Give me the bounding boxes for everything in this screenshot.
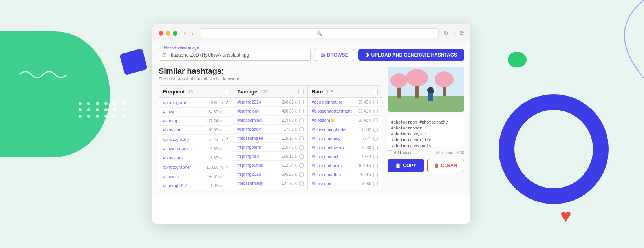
row-checkbox[interactable] <box>299 127 304 131</box>
row-checkbox[interactable] <box>225 119 229 123</box>
row-checkbox[interactable] <box>299 118 304 122</box>
table-row: #photography 547.6 m ✓ <box>159 135 233 144</box>
upload-button[interactable]: ⊕ UPLOAD AND GENERATE HASHTAGS <box>358 49 464 61</box>
hashtag-link[interactable]: #blossomdaisy <box>312 136 360 141</box>
new-tab-icon[interactable]: + <box>453 30 457 37</box>
table-row: #blossomflowers 9930 <box>308 143 382 152</box>
browse-icon: 🗂 <box>320 52 325 58</box>
row-checkbox[interactable] <box>299 145 304 150</box>
file-input[interactable] <box>159 49 311 61</box>
row-checkbox[interactable] <box>225 156 229 160</box>
row-checkbox[interactable] <box>225 110 229 114</box>
hashtag-link[interactable]: #blossomtertainment <box>312 109 356 113</box>
hashtag-link[interactable]: #flowerpower <box>163 146 208 151</box>
row-checkbox[interactable] <box>373 118 378 122</box>
close-dot[interactable] <box>159 31 163 36</box>
preview-image <box>388 67 464 112</box>
svg-point-12 <box>433 86 437 90</box>
row-checkbox[interactable] <box>373 146 378 150</box>
hashtag-link[interactable]: #springtrap <box>237 154 279 159</box>
hashtag-link[interactable]: #photography <box>163 137 206 142</box>
check-icon: ✓ <box>225 164 229 170</box>
row-checkbox[interactable] <box>373 173 378 177</box>
browser-header: ‹ › 🔍 ↻ + ⧉ <box>152 24 470 43</box>
hashtag-link[interactable]: #blossomingbride <box>312 127 360 132</box>
table-row: #flower 84.87 m <box>159 108 233 117</box>
frequent-select-all[interactable] <box>224 89 229 94</box>
row-checkbox[interactable] <box>225 128 229 132</box>
hashtag-link[interactable]: #blossom <box>163 128 206 132</box>
rare-select-all[interactable] <box>373 89 378 94</box>
duplicate-icon[interactable]: ⧉ <box>460 30 464 37</box>
frequent-title-wrap: Frequent 131 <box>163 88 195 95</box>
hashtag-link[interactable]: #blossomtree <box>237 136 279 140</box>
row-checkbox[interactable] <box>299 100 304 104</box>
table-row: #photograph 29.95 m ✓ <box>159 98 233 108</box>
row-checkbox[interactable] <box>225 175 229 179</box>
hashtag-link[interactable]: #springoutfits <box>237 163 279 168</box>
row-checkbox[interactable] <box>373 155 378 159</box>
row-checkbox[interactable] <box>299 172 304 177</box>
average-select-all[interactable] <box>298 89 304 94</box>
row-checkbox[interactable] <box>373 137 378 141</box>
hashtag-link[interactable]: #blossomelixir <box>312 181 360 186</box>
row-checkbox[interactable] <box>299 136 304 140</box>
frequent-count: 131 <box>188 89 195 94</box>
browse-button[interactable]: 🗂 BROWSE <box>315 49 354 61</box>
hashtag-link[interactable]: #photographer <box>163 165 204 170</box>
row-checkbox[interactable] <box>373 109 378 113</box>
clean-button[interactable]: 🗑 CLEAN <box>427 159 465 172</box>
hashtag-link[interactable]: #flowers <box>163 174 204 179</box>
row-checkbox[interactable] <box>299 163 304 168</box>
row-checkbox[interactable] <box>373 164 378 168</box>
svg-rect-3 <box>388 96 464 112</box>
hash-count: 10.09 m <box>208 128 222 132</box>
row-checkbox[interactable] <box>373 100 378 104</box>
row-checkbox[interactable] <box>373 128 378 132</box>
hash-count: 117.24 m <box>206 119 223 123</box>
hashtag-link[interactable]: #spring <box>163 119 204 123</box>
hashtag-link[interactable]: #blossomtattoo <box>312 172 358 177</box>
copy-button[interactable]: 📋 COPY <box>388 159 424 172</box>
hashtag-link[interactable]: #peopleinnature <box>312 100 356 104</box>
hashtag-link[interactable]: #blossoms <box>163 155 208 160</box>
table-row: #spring2015 505.25 k <box>233 170 307 179</box>
reload-icon[interactable]: ↻ <box>443 29 448 37</box>
minimize-dot[interactable] <box>166 31 170 36</box>
add-space-checkbox[interactable] <box>388 150 392 155</box>
hashtag-link[interactable]: #springbaby <box>237 127 282 131</box>
back-button[interactable]: ‹ <box>182 29 187 38</box>
table-row: #blossomjelly 107.78 k <box>233 179 307 188</box>
hashtag-link[interactable]: #blossommail <box>312 154 360 159</box>
hashtag-link[interactable]: #blossomflowers <box>312 145 360 150</box>
row-checkbox[interactable] <box>225 147 229 151</box>
hashtag-link[interactable]: #spring2014 <box>237 100 279 104</box>
hash-count: 84.87 m <box>208 110 222 114</box>
hash-count: 8985 <box>362 182 371 186</box>
table-row: #blossombooks 10.14 k <box>308 161 382 170</box>
forward-button[interactable]: › <box>190 29 195 38</box>
hashtag-link[interactable]: #springlook <box>237 109 279 113</box>
hashtag-link[interactable]: #blossomjelly <box>237 181 279 186</box>
hashtag-link[interactable]: #blossombooks <box>312 163 356 168</box>
row-checkbox[interactable] <box>299 181 304 186</box>
hashtag-link[interactable]: #springpferd <box>237 145 279 150</box>
hashtag-link[interactable]: #blossom⭐ <box>312 118 356 123</box>
row-checkbox[interactable] <box>299 109 304 113</box>
maximize-dot[interactable] <box>173 31 177 36</box>
hashtag-link[interactable]: #spring2017 <box>163 183 208 188</box>
hash-count: 38.48 k <box>358 118 371 122</box>
frequent-title: Frequent <box>163 89 185 95</box>
hashtag-link[interactable]: #photograph <box>163 100 206 105</box>
hashtag-textarea[interactable]: #photograph #photography #photographer #… <box>388 116 464 147</box>
hashtag-link[interactable]: #spring2015 <box>237 172 279 177</box>
hashtag-link[interactable]: #blossoming <box>237 118 279 122</box>
row-checkbox[interactable] <box>299 154 304 159</box>
address-bar[interactable]: 🔍 <box>200 28 439 38</box>
row-checkbox[interactable] <box>225 184 229 188</box>
rare-body: #peopleinnature 59.45 k #blossomtertainm… <box>308 98 382 188</box>
row-checkbox[interactable] <box>373 182 378 186</box>
hash-count: 83.41 k <box>358 109 371 113</box>
hashtag-link[interactable]: #flower <box>163 109 206 114</box>
hash-count: 163.86 m <box>207 165 223 170</box>
